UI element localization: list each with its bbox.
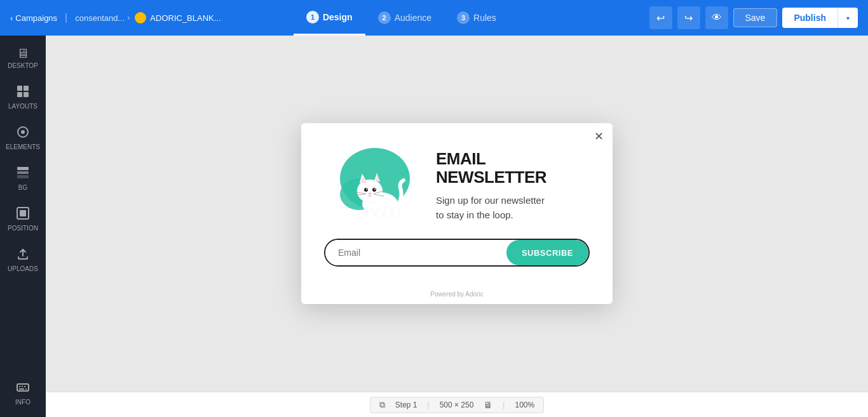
svg-rect-16 <box>25 388 27 390</box>
monitor-icon: 🖥 <box>484 400 492 410</box>
svg-rect-3 <box>24 92 29 97</box>
undo-button[interactable]: ↩ <box>649 6 672 29</box>
campaign-name: ADORIC_BLANK... <box>150 13 220 23</box>
save-button[interactable]: Save <box>733 8 778 27</box>
step-1-num: 1 <box>306 11 319 23</box>
redo-button[interactable]: ↪ <box>677 6 700 29</box>
elements-icon <box>16 125 30 141</box>
svg-rect-34 <box>367 209 374 220</box>
dimensions-label: 500 × 250 <box>440 400 474 409</box>
step-3-label: Rules <box>473 13 496 23</box>
popup-subscribe-button[interactable]: SUBSCRIBE <box>506 240 588 265</box>
step-2-label: Audience <box>395 13 431 23</box>
sidebar-label-position: POSITION <box>8 225 38 232</box>
sidebar-label-elements: ELEMENTS <box>6 143 40 150</box>
popup-top-section: ✦ EMAIL NEWSLETTER Sign up for our newsl… <box>324 143 590 226</box>
sidebar-label-info: INFO <box>15 399 31 406</box>
svg-rect-12 <box>19 386 20 387</box>
svg-point-26 <box>372 188 376 192</box>
nav-actions: ↩ ↪ 👁 Save Publish ▾ <box>649 6 858 29</box>
svg-point-20 <box>357 180 383 202</box>
svg-rect-1 <box>24 86 29 91</box>
tab-design[interactable]: 1 Design <box>294 0 365 36</box>
sidebar-item-bg[interactable]: BG <box>3 159 43 197</box>
sidebar-item-position[interactable]: POSITION <box>3 200 43 238</box>
popup-subtitle: Sign up for our newsletterto stay in the… <box>436 194 590 222</box>
svg-point-27 <box>366 189 367 190</box>
popup-editor: ✕ <box>301 123 613 304</box>
subscribe-label: SUBSCRIBE <box>522 248 573 258</box>
svg-rect-11 <box>17 384 29 391</box>
left-sidebar: 🖥 DESKTOP LAYOUTS ELEMENTS BG POSITION U… <box>0 36 46 417</box>
bottom-sep-2: | <box>503 400 505 409</box>
position-icon <box>16 206 30 222</box>
step-label: Step 1 <box>395 400 417 409</box>
sidebar-item-uploads[interactable]: UPLOADS <box>3 241 43 279</box>
svg-point-28 <box>374 189 376 190</box>
popup-title: EMAIL NEWSLETTER <box>436 150 590 186</box>
sidebar-item-info[interactable]: INFO <box>3 374 43 412</box>
publish-label: Publish <box>794 13 826 23</box>
svg-point-5 <box>21 130 25 134</box>
bottom-sep-1: | <box>428 400 430 409</box>
top-nav: ‹ Campaigns | consentand... › ADORIC_BLA… <box>0 0 868 36</box>
back-button[interactable]: ‹ Campaigns <box>10 13 57 23</box>
svg-rect-2 <box>17 92 22 97</box>
sidebar-label-desktop: DESKTOP <box>8 62 38 69</box>
bg-icon <box>16 166 30 182</box>
svg-point-39 <box>405 171 408 173</box>
save-label: Save <box>745 13 766 23</box>
step-2-num: 2 <box>378 11 391 24</box>
uploads-icon <box>16 247 30 263</box>
publish-dropdown-button[interactable]: ▾ <box>837 8 858 28</box>
svg-point-25 <box>364 188 368 192</box>
breadcrumb-chevron-icon: › <box>127 13 130 22</box>
svg-rect-14 <box>24 386 25 387</box>
sidebar-label-layouts: LAYOUTS <box>8 103 37 110</box>
publish-button[interactable]: Publish <box>782 8 837 28</box>
campaign-status-dot <box>135 12 146 23</box>
preview-button[interactable]: 👁 <box>705 6 728 29</box>
breadcrumb-item[interactable]: consentand... › <box>75 13 130 23</box>
step-1-label: Design <box>323 12 353 22</box>
sidebar-item-desktop[interactable]: 🖥 DESKTOP <box>3 41 43 76</box>
sidebar-item-elements[interactable]: ELEMENTS <box>3 119 43 157</box>
powered-by-label: Powered by Adoric <box>301 291 613 298</box>
sidebar-label-bg: BG <box>18 184 27 191</box>
nav-separator: | <box>65 12 67 23</box>
svg-rect-0 <box>17 86 22 91</box>
popup-illustration: ✦ <box>324 143 426 226</box>
svg-rect-8 <box>17 175 29 178</box>
back-label: Campaigns <box>15 13 57 23</box>
step-3-num: 3 <box>457 11 470 24</box>
popup-email-input[interactable] <box>325 240 506 265</box>
desktop-icon: 🖥 <box>17 47 29 60</box>
popup-close-button[interactable]: ✕ <box>594 131 604 142</box>
popup-form: SUBSCRIBE <box>324 239 590 267</box>
current-campaign: ADORIC_BLANK... <box>135 12 220 23</box>
layouts-icon <box>16 84 30 100</box>
svg-rect-13 <box>22 386 23 387</box>
info-keyboard-icon <box>16 380 30 396</box>
step-tabs: 1 Design 2 Audience 3 Rules <box>294 0 509 36</box>
main-canvas: ✕ <box>46 36 868 392</box>
tab-rules[interactable]: 3 Rules <box>444 0 509 36</box>
svg-rect-7 <box>17 171 29 174</box>
svg-text:✦: ✦ <box>400 171 405 178</box>
bottom-bar: ⧉ Step 1 | 500 × 250 🖥 | 100% <box>46 392 868 417</box>
back-chevron-icon: ‹ <box>10 13 13 23</box>
tab-audience[interactable]: 2 Audience <box>365 0 444 36</box>
publish-button-group: Publish ▾ <box>782 8 858 28</box>
sidebar-item-layouts[interactable]: LAYOUTS <box>3 78 43 116</box>
bottom-info-group: ⧉ Step 1 | 500 × 250 🖥 | 100% <box>370 397 544 413</box>
svg-rect-10 <box>20 210 26 216</box>
svg-point-29 <box>369 193 372 195</box>
zoom-label: 100% <box>515 400 534 409</box>
svg-rect-6 <box>17 167 29 170</box>
svg-rect-36 <box>385 207 391 217</box>
breadcrumb-label: consentand... <box>75 13 125 23</box>
popup-text-section: EMAIL NEWSLETTER Sign up for our newslet… <box>436 143 590 222</box>
sidebar-label-uploads: UPLOADS <box>8 265 38 272</box>
svg-rect-37 <box>393 207 399 217</box>
svg-rect-35 <box>376 209 383 220</box>
